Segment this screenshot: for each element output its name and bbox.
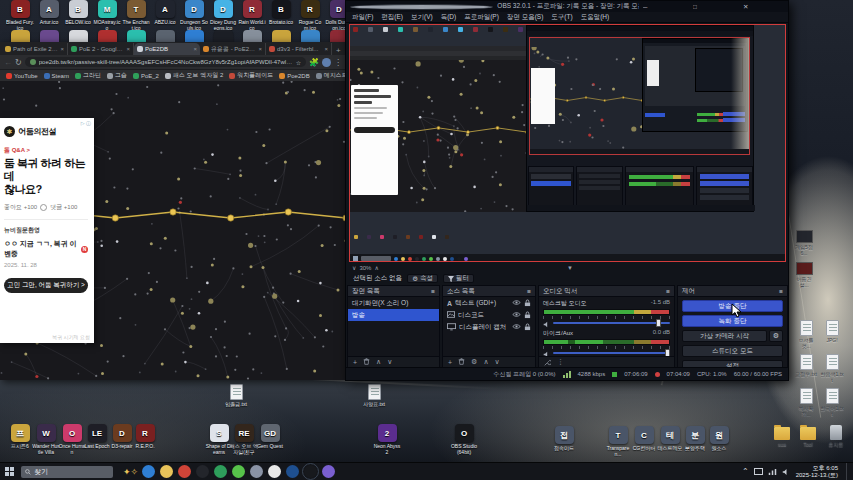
browser-tab[interactable]: d3v3 - Filterbl...× xyxy=(266,43,332,55)
obs-menu-item[interactable]: 장면 모음(S) xyxy=(507,13,543,22)
address-bar[interactable]: poe2db.tw/kr/passive-skill-tree/AAAASgsE… xyxy=(25,57,306,67)
volume-slider[interactable] xyxy=(553,352,670,354)
speaker-icon[interactable] xyxy=(543,344,550,356)
desktop-icon[interactable]: RR.E.P.O. xyxy=(131,424,159,450)
obs-preview[interactable] xyxy=(349,24,786,262)
naver-app-taskbar-icon[interactable] xyxy=(232,465,245,478)
ad-choices-icon[interactable]: ▷ ⓘ xyxy=(81,120,91,126)
bookmark-item[interactable]: Poe2DB xyxy=(279,73,309,79)
back-button[interactable]: ← xyxy=(4,58,12,67)
bookmark-item[interactable]: 워치플레이드 xyxy=(229,71,273,80)
tab-close-icon[interactable]: × xyxy=(60,46,64,52)
desktop-icon[interactable]: OOBS Studio (64bit) xyxy=(450,424,478,455)
dock-menu-icon[interactable]: ≡ xyxy=(666,288,670,295)
volume-icon[interactable] xyxy=(782,468,791,476)
new-tab-button[interactable]: + xyxy=(336,46,341,55)
browser-menu-icon[interactable]: ⋮ xyxy=(334,58,342,67)
discord-taskbar-icon[interactable] xyxy=(322,465,335,478)
extensions-icon[interactable]: 🧩 xyxy=(309,58,319,67)
desktop-file-icon[interactable]: 입출금.txt xyxy=(222,384,250,408)
minimize-button[interactable]: ─ xyxy=(643,3,684,11)
virtual-camera-settings-icon[interactable]: ⚙ xyxy=(769,330,783,342)
display-icon[interactable] xyxy=(754,468,763,475)
steam-taskbar-icon[interactable] xyxy=(286,465,299,478)
desktop-icon[interactable]: DDungeon Souls.ico xyxy=(180,0,208,31)
desktop-icon[interactable]: DDicey Dungeons.ico xyxy=(209,0,237,31)
reload-button[interactable]: ↻ xyxy=(15,58,22,67)
lock-icon[interactable] xyxy=(524,311,531,320)
desktop-icon[interactable]: SShape of Dreams xyxy=(205,424,233,455)
bookmark-item[interactable]: 메지스트 xyxy=(316,71,346,80)
desktop-icon[interactable]: JPG! xyxy=(820,320,844,344)
desktop-icon[interactable]: 휴지통 xyxy=(824,424,848,448)
desktop-file-icon[interactable]: 사양표.txt xyxy=(360,384,388,408)
desktop-icon[interactable]: sua xyxy=(770,424,794,448)
desktop-icon[interactable]: MMOAstray.ico xyxy=(93,0,121,31)
bookmark-star-icon[interactable]: ☆ xyxy=(296,59,301,66)
desktop-icon[interactable]: 테테스트메모 xyxy=(656,426,684,452)
desktop-icon[interactable]: BBladed Fury.ico xyxy=(6,0,34,31)
splitter-handle-icon[interactable]: ▼ xyxy=(567,265,573,271)
obs-menu-item[interactable]: 편집(E) xyxy=(381,13,403,22)
scale-up-icon[interactable]: ∧ xyxy=(374,264,378,271)
studio-mode-button[interactable]: 스튜디오 모드 xyxy=(682,345,783,357)
cube-app-taskbar-icon[interactable] xyxy=(250,465,263,478)
site-info-icon[interactable] xyxy=(30,59,36,65)
visibility-eye-icon[interactable] xyxy=(512,323,521,331)
trash-icon[interactable] xyxy=(458,358,465,366)
tab-close-icon[interactable]: × xyxy=(126,46,130,52)
maximize-button[interactable]: □ xyxy=(693,3,734,11)
wrench-icon[interactable] xyxy=(544,359,551,366)
tray-expand-icon[interactable]: ⌃ xyxy=(742,467,749,476)
volume-slider[interactable] xyxy=(553,322,670,324)
source-item[interactable]: 디스플레이 캡처 xyxy=(443,321,535,333)
bookmark-item[interactable]: 그라딘 xyxy=(75,71,101,80)
skill-tree-page[interactable]: ▷ ⓘ ✱ 어둠의전설 돌 Q&A > 둠 복귀 하려 하는데 찮나요? 좋아요… xyxy=(0,81,346,380)
desktop-icon[interactable]: 접접속미드 xyxy=(550,426,578,452)
tab-close-icon[interactable]: × xyxy=(324,46,328,52)
desktop-icon[interactable]: RRain World.ico xyxy=(238,0,266,31)
settings-button[interactable]: 설정 xyxy=(682,360,783,367)
bookmark-item[interactable]: PoE_2 xyxy=(133,73,159,79)
desktop-icon[interactable]: 한국어1.txt xyxy=(820,388,844,417)
desktop-icon[interactable]: ㅁ셔틀컷... xyxy=(794,320,818,349)
add-icon[interactable]: + xyxy=(448,359,452,366)
bookmark-item[interactable]: Steam xyxy=(44,73,69,79)
profile-avatar[interactable] xyxy=(322,58,331,67)
gear-icon[interactable]: ⚙ xyxy=(471,358,477,366)
browser-tab[interactable]: PoE2DB× xyxy=(134,43,200,55)
clock[interactable]: 오후 6:05 2025-12-13.(토) xyxy=(796,465,838,479)
desktop-icon[interactable]: TThe Enchant.ico xyxy=(122,0,150,31)
source-item[interactable]: 디스코드 xyxy=(443,309,535,321)
excel-taskbar-icon[interactable] xyxy=(214,465,227,478)
add-icon[interactable]: + xyxy=(353,359,357,366)
desktop-icon[interactable]: 교정우.txt xyxy=(794,354,818,378)
desktop-icon[interactable]: BBELOW.ico xyxy=(64,0,92,26)
desktop-icon[interactable]: WWander Hustle Villa xyxy=(32,424,60,455)
desktop-icon[interactable]: 원원소스 xyxy=(705,426,733,452)
move-up-icon[interactable]: ∧ xyxy=(483,358,488,366)
trash-icon[interactable] xyxy=(363,358,370,366)
close-button[interactable]: ✕ xyxy=(743,3,784,11)
preview-scale-value[interactable]: 30% xyxy=(359,265,371,271)
desktop-icon[interactable]: 복사확정... xyxy=(794,388,818,417)
desktop-icon[interactable]: TTransparen... xyxy=(604,426,632,457)
move-down-icon[interactable]: ∨ xyxy=(387,358,392,366)
obs-menu-item[interactable]: 도구(T) xyxy=(551,13,572,22)
bookmark-item[interactable]: 패스 오브 엑자일 2 xyxy=(165,71,223,80)
desktop-icon[interactable]: 어둠건설... xyxy=(792,260,816,288)
scene-item[interactable]: 대기화면(X 소리 O) xyxy=(348,297,439,309)
desktop-icon[interactable]: AArtur.ico xyxy=(35,0,63,26)
red-app-taskbar-icon[interactable] xyxy=(178,465,191,478)
show-desktop-button[interactable] xyxy=(846,463,849,480)
desktop-icon[interactable]: LELast Epoch xyxy=(83,424,111,450)
browser-tab[interactable]: PoE 2 - Google Sheets× xyxy=(68,43,134,55)
volume-slider-knob[interactable] xyxy=(656,319,661,327)
bookmark-item[interactable]: 그숍 xyxy=(107,71,127,80)
lock-icon[interactable] xyxy=(524,299,531,308)
copilot-icon[interactable]: ✦✧ xyxy=(123,467,138,477)
browser-tab[interactable]: 유용콩 - PoE2DB, Path of Exil...× xyxy=(200,43,266,55)
visibility-eye-icon[interactable] xyxy=(512,311,521,319)
whale-browser-taskbar-icon[interactable] xyxy=(142,465,155,478)
ad-cta-button[interactable]: 고민 그만, 어둠 복귀하기 > xyxy=(4,278,88,293)
